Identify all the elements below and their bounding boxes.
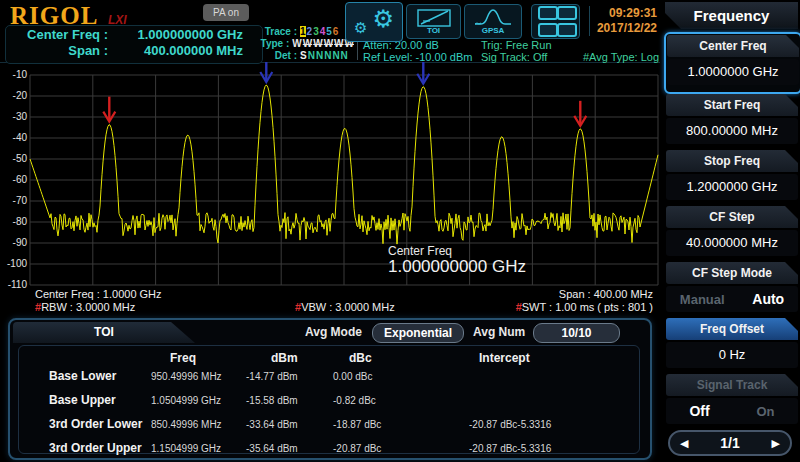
y-axis-tick-label: -30 <box>0 111 27 122</box>
y-axis-tick-label: -50 <box>0 153 27 164</box>
spectrum-analyzer-screen: RIGOL LXI PA on Center Freq : 1.00000000… <box>0 0 800 462</box>
system-setup-button[interactable]: ⚙⚙ <box>345 2 403 42</box>
y-axis-tick-label: -100 <box>0 258 27 269</box>
softkey-label: Stop Freq <box>666 150 798 172</box>
menu-title-frequency[interactable]: Frequency <box>665 2 798 29</box>
softkey-label: CF Step Mode <box>666 262 798 284</box>
toi-icon <box>417 9 451 27</box>
gpsa-icon <box>473 9 513 27</box>
softkey-cf-step[interactable]: CF Step 40.000000 MHz <box>666 206 798 260</box>
y-axis-tick-label: -90 <box>0 237 27 248</box>
red-marker-arrow-icon <box>574 101 586 126</box>
toi-result-panel: TOI Avg Mode Exponential Avg Num 10/10 F… <box>8 318 652 460</box>
y-axis-tick-label: -80 <box>0 216 27 227</box>
y-axis-tick-label: -70 <box>0 195 27 206</box>
span-label: Span : <box>8 43 108 59</box>
table-row: 3rd Order Lower850.49996 MHz-33.64 dBm-1… <box>19 418 669 431</box>
toi-table: Freq dBm dBc Intercept Base Lower950.499… <box>18 345 640 454</box>
time-readout: 09:29:31 <box>593 6 657 21</box>
softkey-value: 1.0000000 GHz <box>667 59 799 85</box>
active-function-value: 1.000000000 GHz <box>388 257 526 277</box>
y-axis-tick-label: -20 <box>0 90 27 101</box>
trace-number: 5 <box>326 26 332 37</box>
toi-icon-label: TOI <box>427 27 440 35</box>
span-value: 400.000000 MHz <box>108 43 243 59</box>
pa-on-badge: PA on <box>203 4 249 21</box>
softkey-value: 800.00000 MHz <box>666 118 798 144</box>
trace-detector: N <box>341 50 348 61</box>
trace-number: 6 <box>333 26 339 37</box>
option-manual[interactable]: Manual <box>680 292 725 307</box>
trace-number: 3 <box>313 26 319 37</box>
blue-marker-arrow-icon <box>260 62 272 82</box>
softkey-start-freq[interactable]: Start Freq 800.00000 MHz <box>666 94 798 148</box>
table-row: Base Lower950.49996 MHz-14.77 dBm0.00 dB… <box>19 370 669 383</box>
spectrum-plot-area: -10-20-30-40-50-60-70-80-90-100-110 Cent… <box>0 62 660 290</box>
avg-num-label: Avg Num <box>473 325 525 339</box>
red-marker-arrow-icon <box>103 97 115 122</box>
trace-type: W <box>324 38 333 49</box>
trace-number: 1 <box>300 26 306 37</box>
softkey-value: 40.000000 MHz <box>666 230 798 256</box>
y-axis-tick-label: -40 <box>0 132 27 143</box>
footer-span: Span : 400.00 MHz <box>559 288 653 300</box>
softkey-cf-step-mode[interactable]: CF Step Mode Manual Auto <box>666 262 798 316</box>
trace-number: 4 <box>320 26 326 37</box>
trace-detector: N <box>316 50 323 61</box>
trace-row-label: Trace : <box>259 26 297 37</box>
y-axis-tick-label: -10 <box>0 69 27 80</box>
table-row: 3rd Order Upper1.1504999 GHz-35.64 dBm-2… <box>19 442 669 455</box>
softkey-label: CF Step <box>666 206 798 228</box>
softkey-label: Center Freq <box>667 35 799 57</box>
spectrum-trace-svg <box>0 62 660 290</box>
menu-pager[interactable]: ◀ 1/1 ▶ <box>668 430 792 456</box>
gpsa-mode-button[interactable]: GPSA <box>464 4 522 39</box>
trigger-status-block: Trig: Free Run Sig Track: Off #Avg Type:… <box>481 39 659 63</box>
softkey-value: 1.2000000 GHz <box>666 174 798 200</box>
softkey-freq-offset[interactable]: Freq Offset 0 Hz <box>666 318 798 372</box>
footer-rbw: #RBW : 3.0000 MHz <box>35 301 135 313</box>
trace-type-label: Type : <box>259 38 289 49</box>
header-bar: RIGOL LXI PA on Center Freq : 1.00000000… <box>0 0 660 63</box>
toi-measure-button[interactable]: TOI <box>406 4 461 39</box>
trace-detector: N <box>324 50 331 61</box>
toi-tab[interactable]: TOI <box>13 322 195 343</box>
softkey-label: Signal Track <box>666 374 798 396</box>
avg-mode-label: Avg Mode <box>305 325 362 339</box>
trace-number: 2 <box>307 26 313 37</box>
footer-center-freq: Center Freq : 1.0000 GHz <box>35 288 162 300</box>
toi-table-header: Freq dBm dBc Intercept <box>19 351 669 365</box>
option-on[interactable]: On <box>757 404 775 419</box>
blue-marker-arrow-icon <box>417 62 429 84</box>
table-row: Base Upper1.0504999 GHz-15.58 dBm-0.82 d… <box>19 394 669 407</box>
date-readout: 2017/12/22 <box>593 21 657 36</box>
avg-num-button[interactable]: 10/10 <box>533 323 620 343</box>
header-divider <box>357 40 358 60</box>
footer-info-row2: #RBW : 3.0000 MHz #VBW : 3.0000 MHz #SWT… <box>0 301 660 314</box>
softkey-panel: Frequency Center Freq 1.0000000 GHz Star… <box>660 0 800 462</box>
option-off[interactable]: Off <box>689 403 709 419</box>
softkey-signal-track[interactable]: Signal Track Off On <box>666 374 798 428</box>
softkey-center-freq[interactable]: Center Freq 1.0000000 GHz <box>664 32 800 94</box>
gpsa-icon-label: GPSA <box>482 27 505 35</box>
page-prev-icon[interactable]: ◀ <box>680 437 688 450</box>
footer-vbw: #VBW : 3.0000 MHz <box>295 301 395 313</box>
y-axis-tick-label: -60 <box>0 174 27 185</box>
softkey-label: Freq Offset <box>666 318 798 340</box>
clock-divider <box>589 6 590 36</box>
softkey-label: Start Freq <box>666 94 798 116</box>
active-function-label: Center Freq <box>388 244 452 258</box>
option-auto[interactable]: Auto <box>752 291 784 307</box>
footer-info-row1: Center Freq : 1.0000 GHz Span : 400.00 M… <box>0 288 660 301</box>
softkey-stop-freq[interactable]: Stop Freq 1.2000000 GHz <box>666 150 798 204</box>
display-layout-button[interactable] <box>531 4 580 39</box>
window-grid-icon <box>538 6 573 37</box>
trace-type: W <box>303 38 312 49</box>
atten-ref-block: Atten: 20.00 dB Ref Level: -10.00 dBm <box>363 39 481 63</box>
clock-block: 09:29:31 2017/12/22 <box>593 6 657 36</box>
softkey-value: 0 Hz <box>666 342 798 368</box>
gear-icon: ⚙⚙ <box>354 5 394 39</box>
avg-mode-button[interactable]: Exponential <box>372 323 464 343</box>
page-next-icon[interactable]: ▶ <box>772 437 780 450</box>
footer-swt: #SWT : 1.00 ms ( pts : 801 ) <box>516 301 653 313</box>
